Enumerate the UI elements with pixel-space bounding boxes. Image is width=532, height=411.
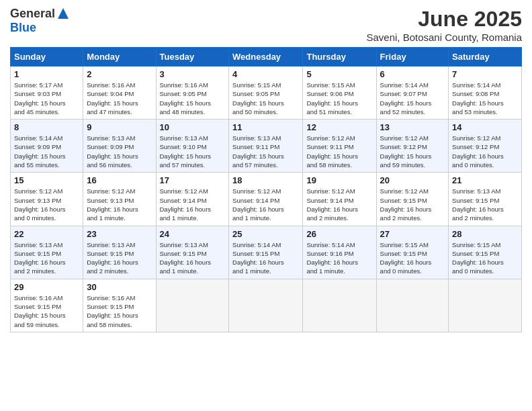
day-number: 19 — [306, 175, 372, 185]
calendar-cell: 5Sunrise: 5:15 AM Sunset: 9:06 PM Daylig… — [303, 66, 376, 120]
day-number: 22 — [14, 229, 79, 239]
calendar-week-1: 1Sunrise: 5:17 AM Sunset: 9:03 PM Daylig… — [11, 66, 522, 120]
day-detail: Sunrise: 5:16 AM Sunset: 9:15 PM Dayligh… — [14, 293, 79, 329]
day-detail: Sunrise: 5:12 AM Sunset: 9:12 PM Dayligh… — [380, 134, 445, 169]
weekday-header-monday: Monday — [83, 48, 156, 66]
weekday-header-friday: Friday — [376, 48, 448, 66]
calendar-cell: 11Sunrise: 5:13 AM Sunset: 9:11 PM Dayli… — [229, 120, 303, 173]
weekday-header-saturday: Saturday — [449, 48, 522, 66]
calendar-week-4: 22Sunrise: 5:13 AM Sunset: 9:15 PM Dayli… — [11, 226, 522, 279]
day-detail: Sunrise: 5:14 AM Sunset: 9:15 PM Dayligh… — [232, 240, 299, 276]
logo: General Blue — [10, 7, 70, 35]
day-detail: Sunrise: 5:16 AM Sunset: 9:04 PM Dayligh… — [87, 81, 152, 116]
calendar-cell: 14Sunrise: 5:12 AM Sunset: 9:12 PM Dayli… — [449, 120, 522, 173]
calendar-cell: 30Sunrise: 5:16 AM Sunset: 9:15 PM Dayli… — [83, 279, 156, 332]
day-number: 14 — [452, 122, 518, 132]
calendar-table: SundayMondayTuesdayWednesdayThursdayFrid… — [10, 47, 522, 332]
calendar-cell — [449, 279, 522, 332]
day-detail: Sunrise: 5:12 AM Sunset: 9:12 PM Dayligh… — [452, 134, 518, 169]
weekday-header-wednesday: Wednesday — [229, 48, 303, 66]
logo-icon — [56, 7, 70, 20]
day-detail: Sunrise: 5:12 AM Sunset: 9:13 PM Dayligh… — [87, 187, 152, 222]
day-detail: Sunrise: 5:12 AM Sunset: 9:14 PM Dayligh… — [232, 187, 299, 222]
logo-blue-text: Blue — [10, 21, 36, 35]
day-detail: Sunrise: 5:13 AM Sunset: 9:11 PM Dayligh… — [232, 134, 299, 169]
day-detail: Sunrise: 5:13 AM Sunset: 9:09 PM Dayligh… — [87, 134, 152, 169]
page-header: General Blue June 2025 Saveni, Botosani … — [10, 7, 522, 43]
title-area: June 2025 Saveni, Botosani County, Roman… — [366, 7, 522, 43]
day-detail: Sunrise: 5:15 AM Sunset: 9:05 PM Dayligh… — [232, 81, 299, 116]
day-number: 11 — [232, 122, 299, 132]
calendar-body: 1Sunrise: 5:17 AM Sunset: 9:03 PM Daylig… — [11, 66, 522, 332]
day-number: 26 — [306, 229, 372, 239]
day-number: 16 — [87, 175, 152, 185]
calendar-week-2: 8Sunrise: 5:14 AM Sunset: 9:09 PM Daylig… — [11, 120, 522, 173]
day-number: 27 — [380, 229, 445, 239]
day-detail: Sunrise: 5:16 AM Sunset: 9:05 PM Dayligh… — [160, 81, 226, 116]
day-number: 21 — [452, 175, 518, 185]
weekday-header-row: SundayMondayTuesdayWednesdayThursdayFrid… — [11, 48, 522, 66]
day-detail: Sunrise: 5:14 AM Sunset: 9:16 PM Dayligh… — [306, 240, 372, 276]
location-title: Saveni, Botosani County, Romania — [366, 32, 522, 43]
calendar-cell: 25Sunrise: 5:14 AM Sunset: 9:15 PM Dayli… — [229, 226, 303, 279]
calendar-cell: 9Sunrise: 5:13 AM Sunset: 9:09 PM Daylig… — [83, 120, 156, 173]
day-detail: Sunrise: 5:15 AM Sunset: 9:15 PM Dayligh… — [452, 240, 518, 276]
day-number: 2 — [87, 69, 152, 79]
day-detail: Sunrise: 5:12 AM Sunset: 9:11 PM Dayligh… — [306, 134, 372, 169]
weekday-header-thursday: Thursday — [303, 48, 376, 66]
day-number: 12 — [306, 122, 372, 132]
svg-marker-0 — [58, 8, 69, 19]
month-title: June 2025 — [366, 7, 522, 32]
calendar-cell — [376, 279, 448, 332]
calendar-cell: 1Sunrise: 5:17 AM Sunset: 9:03 PM Daylig… — [11, 66, 83, 120]
calendar-cell: 29Sunrise: 5:16 AM Sunset: 9:15 PM Dayli… — [11, 279, 83, 332]
day-number: 18 — [232, 175, 299, 185]
day-detail: Sunrise: 5:12 AM Sunset: 9:14 PM Dayligh… — [160, 187, 226, 222]
weekday-header-sunday: Sunday — [11, 48, 83, 66]
day-detail: Sunrise: 5:13 AM Sunset: 9:15 PM Dayligh… — [452, 187, 518, 222]
day-number: 9 — [87, 122, 152, 132]
day-number: 7 — [452, 69, 518, 79]
calendar-cell: 6Sunrise: 5:14 AM Sunset: 9:07 PM Daylig… — [376, 66, 448, 120]
day-detail: Sunrise: 5:14 AM Sunset: 9:07 PM Dayligh… — [380, 81, 445, 116]
day-number: 13 — [380, 122, 445, 132]
day-detail: Sunrise: 5:12 AM Sunset: 9:13 PM Dayligh… — [14, 187, 79, 222]
calendar-week-3: 15Sunrise: 5:12 AM Sunset: 9:13 PM Dayli… — [11, 173, 522, 226]
weekday-header-tuesday: Tuesday — [156, 48, 229, 66]
day-detail: Sunrise: 5:17 AM Sunset: 9:03 PM Dayligh… — [14, 81, 79, 116]
calendar-cell: 13Sunrise: 5:12 AM Sunset: 9:12 PM Dayli… — [376, 120, 448, 173]
day-number: 20 — [380, 175, 445, 185]
calendar-cell: 27Sunrise: 5:15 AM Sunset: 9:15 PM Dayli… — [376, 226, 448, 279]
calendar-cell: 18Sunrise: 5:12 AM Sunset: 9:14 PM Dayli… — [229, 173, 303, 226]
calendar-cell: 12Sunrise: 5:12 AM Sunset: 9:11 PM Dayli… — [303, 120, 376, 173]
calendar-cell: 2Sunrise: 5:16 AM Sunset: 9:04 PM Daylig… — [83, 66, 156, 120]
day-detail: Sunrise: 5:15 AM Sunset: 9:15 PM Dayligh… — [380, 240, 445, 276]
day-number: 8 — [14, 122, 79, 132]
day-detail: Sunrise: 5:13 AM Sunset: 9:15 PM Dayligh… — [14, 240, 79, 276]
calendar-cell: 3Sunrise: 5:16 AM Sunset: 9:05 PM Daylig… — [156, 66, 229, 120]
calendar-cell — [156, 279, 229, 332]
day-number: 25 — [232, 229, 299, 239]
day-detail: Sunrise: 5:16 AM Sunset: 9:15 PM Dayligh… — [87, 293, 152, 329]
calendar-cell: 24Sunrise: 5:13 AM Sunset: 9:15 PM Dayli… — [156, 226, 229, 279]
calendar-cell: 10Sunrise: 5:13 AM Sunset: 9:10 PM Dayli… — [156, 120, 229, 173]
day-detail: Sunrise: 5:13 AM Sunset: 9:10 PM Dayligh… — [160, 134, 226, 169]
day-detail: Sunrise: 5:14 AM Sunset: 9:08 PM Dayligh… — [452, 81, 518, 116]
day-number: 1 — [14, 69, 79, 79]
day-number: 28 — [452, 229, 518, 239]
calendar-cell — [229, 279, 303, 332]
day-number: 6 — [380, 69, 445, 79]
day-detail: Sunrise: 5:13 AM Sunset: 9:15 PM Dayligh… — [160, 240, 226, 276]
day-number: 29 — [14, 282, 79, 292]
day-detail: Sunrise: 5:15 AM Sunset: 9:06 PM Dayligh… — [306, 81, 372, 116]
calendar-cell: 17Sunrise: 5:12 AM Sunset: 9:14 PM Dayli… — [156, 173, 229, 226]
day-number: 5 — [306, 69, 372, 79]
day-number: 3 — [160, 69, 226, 79]
calendar-cell: 22Sunrise: 5:13 AM Sunset: 9:15 PM Dayli… — [11, 226, 83, 279]
calendar-cell: 21Sunrise: 5:13 AM Sunset: 9:15 PM Dayli… — [449, 173, 522, 226]
calendar-week-5: 29Sunrise: 5:16 AM Sunset: 9:15 PM Dayli… — [11, 279, 522, 332]
day-number: 10 — [160, 122, 226, 132]
day-number: 30 — [87, 282, 152, 292]
calendar-cell: 15Sunrise: 5:12 AM Sunset: 9:13 PM Dayli… — [11, 173, 83, 226]
calendar-cell: 20Sunrise: 5:12 AM Sunset: 9:15 PM Dayli… — [376, 173, 448, 226]
